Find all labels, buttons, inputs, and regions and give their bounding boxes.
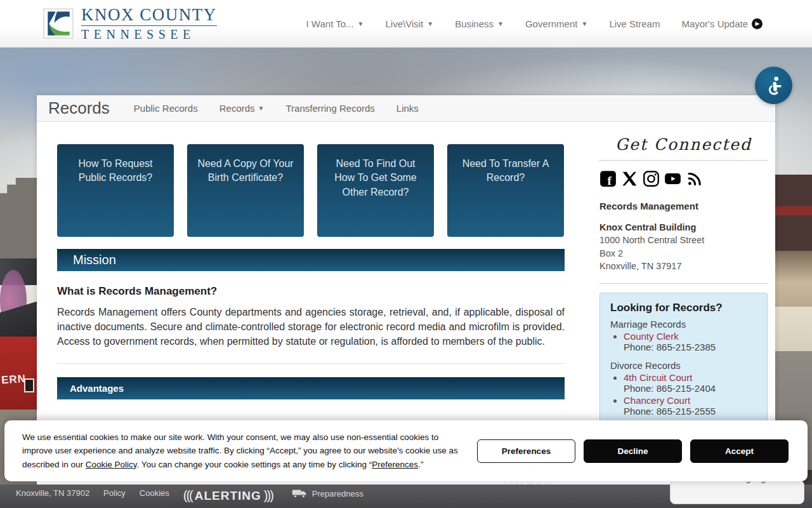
cookie-preferences-link[interactable]: Preferences [372, 460, 418, 469]
nav-label: Live\Visit [385, 18, 423, 29]
divorce-records-list: 4th Circuit Court Phone: 865-215-2404 Ch… [610, 372, 757, 417]
svg-text:f: f [608, 174, 612, 187]
cookie-consent-banner: We use essential cookies to make our sit… [4, 420, 808, 481]
address-line: Box 2 [599, 247, 768, 260]
list-item: Chancery Court Phone: 865-215-2555 [624, 395, 757, 417]
knox-county-logo[interactable]: KNOX COUNTY TENNESSEE [43, 6, 217, 41]
nav-label: Business [455, 18, 494, 29]
cookie-policy-link[interactable]: Cookie Policy [86, 460, 137, 469]
brand-line-1: KNOX COUNTY [81, 6, 217, 26]
records-section-header: Records Public Records Records ▼ Transfe… [37, 95, 775, 122]
building-name: Knox Central Building [599, 221, 768, 234]
play-icon: ▶ [752, 18, 763, 29]
footer-link-cookies[interactable]: Cookies [140, 488, 169, 498]
card-transfer-record[interactable]: Need To Transfer A Record? [447, 144, 564, 237]
nav-business[interactable]: Business ▼ [455, 18, 504, 29]
cookie-consent-text: We use essential cookies to make our sit… [22, 431, 460, 471]
page-title: Records [48, 98, 110, 118]
accept-button[interactable]: Accept [690, 439, 789, 463]
divorce-records-label: Divorce Records [610, 360, 757, 371]
language-selector[interactable]: Select Language [670, 480, 804, 504]
records-management-heading: Records Management [599, 201, 768, 211]
chevron-down-icon: ▼ [497, 20, 504, 27]
truck-icon [292, 488, 307, 498]
background-rooftop-white [774, 307, 812, 352]
knox-county-logo-icon [43, 8, 74, 39]
cookie-buttons: Preferences Decline Accept [477, 439, 789, 463]
alerting-logo[interactable]: ((( ALERTING ))) [183, 488, 273, 503]
cookie-text-part: .” [418, 460, 423, 469]
phone-number: Phone: 865-215-2385 [624, 342, 757, 352]
panel-body: How To Request Public Records? Need A Co… [37, 122, 775, 445]
alerting-waves-right: ))) [264, 488, 273, 503]
rss-icon[interactable] [686, 170, 703, 187]
what-is-records-management-heading: What is Records Management? [57, 285, 565, 298]
nav-label: Government [525, 18, 578, 29]
card-request-public-records[interactable]: How To Request Public Records? [57, 144, 174, 237]
tab-links[interactable]: Links [396, 103, 419, 114]
cta-cards-row: How To Request Public Records? Need A Co… [57, 144, 565, 237]
nav-label: I Want To... [306, 18, 354, 29]
chevron-down-icon: ▼ [427, 20, 433, 27]
background-rooftops [774, 251, 812, 308]
marriage-records-list: County Clerk Phone: 865-215-2385 [610, 331, 757, 352]
tab-label: Links [396, 103, 419, 114]
advantages-banner: Advantages [57, 377, 565, 399]
facebook-icon[interactable]: f [599, 170, 617, 187]
phone-number: Phone: 865-215-2404 [624, 383, 757, 394]
address-line: 1000 North Central Street [599, 234, 768, 246]
chancery-court-link[interactable]: Chancery Court [624, 395, 690, 406]
list-item: 4th Circuit Court Phone: 865-215-2404 [624, 372, 757, 394]
tab-transferring-records[interactable]: Transferring Records [285, 103, 374, 114]
nav-government[interactable]: Government ▼ [525, 18, 587, 29]
card-other-record[interactable]: Need To Find Out How To Get Some Other R… [317, 144, 434, 237]
card-birth-certificate[interactable]: Need A Copy Of Your Birth Certificate? [187, 144, 304, 237]
county-clerk-link[interactable]: County Clerk [624, 331, 679, 342]
top-navigation-bar: KNOX COUNTY TENNESSEE I Want To... ▼ Liv… [0, 0, 812, 48]
background-building-sign [774, 206, 812, 215]
tab-records[interactable]: Records ▼ [219, 103, 265, 114]
footer-location: Knoxville, TN 37902 [16, 488, 89, 498]
tab-public-records[interactable]: Public Records [134, 103, 198, 114]
address-block: Knox Central Building 1000 North Central… [599, 221, 768, 272]
nav-label: Mayor's Update [681, 18, 748, 29]
background-building-left [0, 178, 39, 264]
tab-label: Public Records [134, 103, 198, 114]
decline-button[interactable]: Decline [584, 439, 682, 463]
nav-label: Live Stream [609, 18, 660, 29]
social-icons-row: f [599, 170, 768, 187]
alerting-wordmark: ALERTING [195, 489, 261, 503]
records-tabs: Public Records Records ▼ Transferring Re… [134, 103, 419, 114]
preferences-button[interactable]: Preferences [477, 439, 575, 463]
footer-link-policy[interactable]: Policy [103, 488, 126, 498]
knox-county-logo-text: KNOX COUNTY TENNESSEE [81, 6, 217, 41]
wheelchair-accessibility-icon [763, 75, 785, 97]
preparedness-link[interactable]: Preparedness [292, 488, 363, 498]
fourth-circuit-court-link[interactable]: 4th Circuit Court [624, 372, 692, 383]
alerting-waves-left: ((( [183, 488, 192, 503]
page: ERN KNOX COUNTY TENNESSEE I Want [0, 0, 812, 508]
youtube-icon[interactable] [664, 170, 681, 187]
marriage-records-label: Marriage Records [610, 319, 757, 330]
divider [57, 363, 565, 364]
nav-mayors-update[interactable]: Mayor's Update ▶ [681, 18, 763, 29]
x-twitter-icon[interactable] [621, 170, 638, 187]
phone-number: Phone: 865-215-2555 [624, 406, 757, 417]
nav-i-want-to[interactable]: I Want To... ▼ [306, 18, 364, 29]
list-item: County Clerk Phone: 865-215-2385 [624, 331, 757, 352]
main-column: How To Request Public Records? Need A Co… [57, 122, 565, 445]
chevron-down-icon: ▼ [258, 105, 265, 112]
address-line: Knoxville, TN 37917 [599, 260, 768, 272]
instagram-icon[interactable] [643, 170, 660, 187]
nav-live-stream[interactable]: Live Stream [609, 18, 660, 29]
mission-paragraph: Records Management offers County departm… [57, 305, 565, 349]
brand-line-2: TENNESSEE [81, 26, 217, 41]
caboose-lettering: ERN [1, 373, 26, 387]
tab-label: Transferring Records [285, 103, 374, 114]
get-connected-heading: Get Connected [599, 135, 768, 161]
chevron-down-icon: ▼ [358, 20, 364, 27]
nav-live-visit[interactable]: Live\Visit ▼ [385, 18, 433, 29]
accessibility-button[interactable] [755, 67, 792, 104]
looking-for-records-title: Looking for Records? [610, 302, 757, 314]
divider [599, 283, 768, 284]
